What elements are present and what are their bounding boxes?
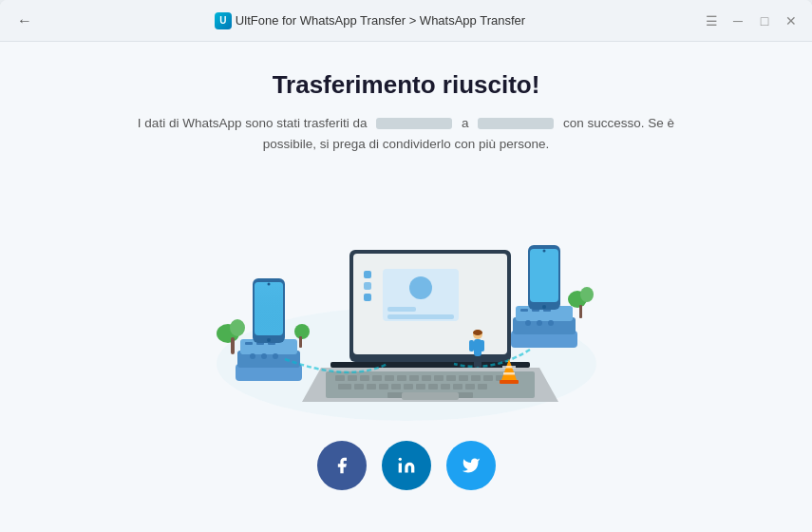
svg-rect-74 — [402, 392, 459, 400]
svg-rect-72 — [478, 384, 487, 390]
svg-rect-44 — [364, 294, 371, 301]
svg-rect-53 — [409, 375, 419, 381]
svg-rect-67 — [416, 384, 425, 390]
main-content: Trasferimento riuscito! I dati di WhatsA… — [0, 42, 812, 532]
svg-rect-35 — [579, 305, 582, 318]
svg-rect-47 — [335, 375, 345, 381]
facebook-share-button[interactable] — [317, 441, 367, 490]
svg-rect-68 — [428, 384, 438, 390]
target-device-redacted — [478, 118, 554, 129]
svg-rect-41 — [387, 314, 454, 319]
svg-rect-62 — [354, 384, 364, 390]
facebook-icon — [332, 456, 351, 475]
minimize-button[interactable]: ─ — [728, 13, 747, 28]
svg-rect-57 — [459, 375, 468, 381]
svg-rect-83 — [502, 366, 516, 369]
svg-rect-63 — [367, 384, 376, 390]
svg-rect-40 — [387, 307, 416, 312]
back-button[interactable]: ← — [11, 8, 38, 34]
svg-rect-69 — [441, 384, 450, 390]
svg-point-16 — [230, 319, 245, 336]
svg-rect-65 — [391, 384, 401, 390]
svg-rect-64 — [379, 384, 388, 390]
svg-rect-52 — [397, 375, 406, 381]
svg-rect-4 — [245, 342, 253, 345]
svg-point-31 — [542, 305, 546, 309]
svg-rect-84 — [503, 372, 515, 375]
window-controls: ☰ ─ □ ✕ — [702, 13, 801, 28]
close-button[interactable]: ✕ — [782, 13, 801, 28]
title-bar: ← U UltFone for WhatsApp Transfer > What… — [0, 0, 812, 42]
app-window: ← U UltFone for WhatsApp Transfer > What… — [0, 0, 812, 532]
svg-rect-70 — [453, 384, 463, 390]
svg-point-27 — [537, 320, 542, 326]
svg-rect-66 — [404, 384, 413, 390]
window-title: UltFone for WhatsApp Transfer > WhatsApp… — [236, 13, 525, 28]
svg-point-32 — [542, 250, 545, 253]
svg-point-86 — [398, 458, 401, 461]
svg-rect-78 — [480, 340, 484, 352]
restore-button[interactable]: □ — [755, 13, 774, 28]
svg-rect-58 — [471, 375, 481, 381]
social-buttons — [317, 441, 496, 513]
illustration-container — [38, 173, 774, 431]
svg-rect-80 — [478, 356, 482, 368]
linkedin-share-button[interactable] — [382, 441, 431, 490]
desc-before: I dati di WhatsApp sono stati trasferiti… — [138, 116, 368, 130]
svg-rect-23 — [520, 309, 528, 312]
svg-point-34 — [580, 287, 594, 302]
svg-point-13 — [267, 338, 271, 342]
svg-rect-61 — [338, 384, 351, 390]
svg-rect-42 — [364, 271, 371, 278]
linkedin-icon — [397, 456, 416, 475]
svg-point-81 — [473, 330, 482, 335]
svg-point-26 — [525, 320, 531, 326]
svg-point-8 — [261, 353, 267, 359]
svg-rect-77 — [469, 340, 474, 352]
svg-rect-56 — [446, 375, 456, 381]
menu-icon[interactable]: ☰ — [702, 13, 721, 28]
logo-letter: U — [219, 15, 226, 26]
source-device-redacted — [376, 118, 452, 129]
svg-rect-85 — [500, 380, 519, 384]
svg-rect-54 — [422, 375, 431, 381]
svg-point-14 — [267, 283, 270, 286]
svg-rect-17 — [231, 337, 235, 354]
svg-rect-79 — [474, 356, 478, 368]
twitter-share-button[interactable] — [446, 441, 496, 490]
transfer-illustration — [179, 174, 634, 430]
title-bar-center: U UltFone for WhatsApp Transfer > WhatsA… — [38, 12, 702, 29]
success-title: Trasferimento riuscito! — [273, 70, 540, 100]
svg-rect-48 — [348, 375, 357, 381]
svg-rect-19 — [299, 336, 302, 348]
app-logo: U — [215, 12, 232, 29]
svg-rect-51 — [385, 375, 394, 381]
svg-rect-59 — [483, 375, 493, 381]
svg-rect-71 — [465, 384, 475, 390]
svg-point-9 — [273, 353, 278, 359]
svg-rect-49 — [360, 375, 369, 381]
svg-point-18 — [294, 324, 310, 339]
svg-rect-30 — [530, 249, 558, 302]
svg-rect-50 — [372, 375, 382, 381]
svg-rect-55 — [434, 375, 444, 381]
svg-rect-12 — [255, 282, 283, 335]
success-description: I dati di WhatsApp sono stati trasferiti… — [131, 113, 682, 154]
svg-rect-43 — [364, 282, 371, 290]
svg-point-28 — [548, 320, 554, 326]
svg-point-39 — [409, 276, 432, 299]
svg-point-7 — [250, 353, 255, 359]
desc-middle: a — [462, 116, 469, 130]
twitter-icon — [462, 456, 481, 475]
